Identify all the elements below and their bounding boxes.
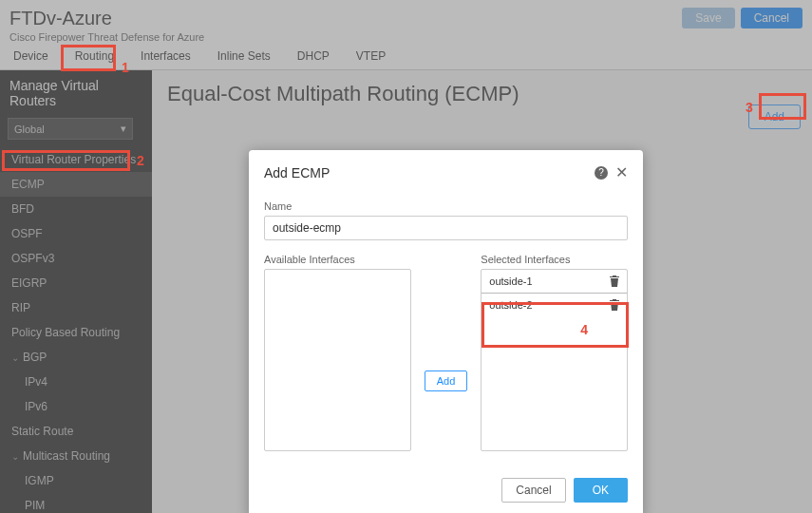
callout-4: 4 [580, 322, 588, 337]
selected-interfaces-list[interactable]: outside-1 outside-2 [481, 269, 628, 451]
close-icon[interactable]: ✕ [615, 163, 628, 181]
trash-icon[interactable] [610, 276, 619, 287]
add-ecmp-modal: Add ECMP ? ✕ Name Available Interfaces A… [249, 150, 643, 513]
callout-highlight-3 [759, 93, 806, 120]
callout-1: 1 [122, 60, 129, 75]
callout-2: 2 [137, 153, 144, 168]
modal-ok-button[interactable]: OK [574, 478, 628, 503]
modal-cancel-button[interactable]: Cancel [501, 478, 565, 503]
callout-highlight-1 [61, 45, 116, 71]
interface-name: outside-1 [489, 276, 532, 287]
name-input[interactable] [264, 216, 628, 240]
available-interfaces-list[interactable] [264, 269, 411, 451]
help-icon[interactable]: ? [595, 166, 608, 180]
modal-title: Add ECMP [264, 165, 330, 180]
add-interface-button[interactable]: Add [425, 370, 468, 391]
list-item[interactable]: outside-1 [482, 270, 627, 293]
name-label: Name [264, 200, 628, 212]
selected-label: Selected Interfaces [481, 254, 628, 265]
callout-highlight-4 [482, 302, 629, 348]
callout-highlight-2 [2, 150, 130, 171]
available-label: Available Interfaces [264, 254, 411, 265]
callout-3: 3 [746, 100, 753, 115]
